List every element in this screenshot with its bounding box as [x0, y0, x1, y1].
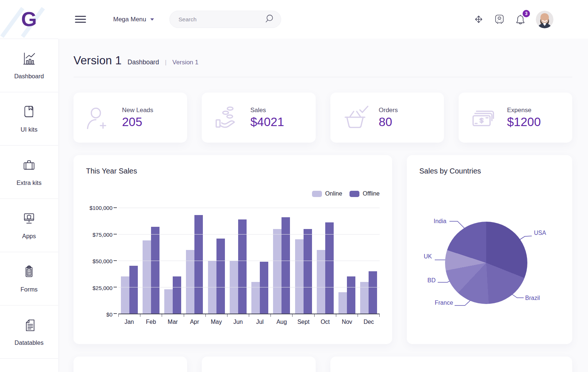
online-bar	[143, 240, 151, 314]
x-axis-tick	[293, 314, 314, 317]
x-axis-tick	[271, 314, 293, 317]
stat-label: Expense	[507, 107, 541, 114]
clipboard-icon	[21, 264, 37, 281]
bar-chart-plot: $0$25,000$50,000$75,000$100,000	[86, 208, 380, 314]
stat-text: Orders80	[379, 107, 398, 129]
stat-card-expense: Expense$1200	[459, 93, 572, 143]
basket-check-icon	[338, 105, 372, 130]
bottom-card-2	[202, 357, 315, 372]
bottom-cards-row	[74, 357, 572, 372]
sidebar-item-label: Datatables	[15, 339, 44, 346]
stat-value: 205	[122, 115, 153, 129]
x-axis-label: Dec	[358, 319, 380, 325]
gridline	[118, 261, 380, 261]
legend-offline[interactable]: Offline	[349, 190, 380, 197]
offline-bar	[216, 239, 225, 314]
x-axis-label: Mar	[162, 319, 184, 325]
pie-label-france: France	[435, 300, 453, 306]
x-axis-tick	[336, 314, 358, 317]
sidebar-item-ui-kits[interactable]: UI kits	[0, 92, 58, 146]
user-avatar[interactable]	[536, 11, 553, 28]
offline-bar	[282, 217, 290, 314]
x-axis-tick	[315, 314, 336, 317]
monitor-shield-icon	[21, 211, 37, 228]
x-axis-tick	[206, 314, 227, 317]
search-input[interactable]	[178, 16, 265, 23]
gridline	[118, 208, 380, 208]
legend-label: Offline	[363, 190, 380, 197]
sidebar-item-apps[interactable]: Apps	[0, 199, 58, 252]
book-icon	[21, 104, 37, 121]
fullscreen-arrows-icon[interactable]	[473, 14, 484, 25]
online-bar	[295, 239, 304, 314]
sidebar-item-label: Apps	[22, 233, 36, 240]
bell-icon[interactable]: 3	[515, 14, 526, 25]
stat-text: Expense$1200	[507, 107, 541, 129]
hand-coins-icon	[210, 105, 244, 130]
stat-text: Sales$4021	[250, 107, 284, 129]
stat-text: New Leads205	[122, 107, 153, 129]
x-axis-tick	[227, 314, 249, 317]
offline-bar	[238, 219, 247, 314]
stat-card-new-leads: New Leads205	[74, 93, 187, 143]
legend-swatch	[349, 191, 359, 197]
pie-label-bd: BD	[427, 277, 435, 284]
pie-label-usa: USA	[534, 230, 546, 236]
legend-online[interactable]: Online	[312, 190, 342, 197]
stat-label: New Leads	[122, 107, 153, 114]
offline-bar	[129, 266, 138, 314]
x-axis-label: May	[205, 319, 227, 325]
offline-bar	[260, 262, 268, 314]
stat-label: Sales	[250, 107, 284, 114]
offline-bar	[151, 227, 159, 314]
offline-bar	[347, 276, 355, 314]
sidebar-item-dashboard[interactable]: Dashboard	[0, 39, 58, 92]
stats-row: New Leads205Sales$4021Orders80Expense$12…	[74, 93, 572, 143]
sidebar-item-datatables[interactable]: Datatables	[0, 305, 58, 359]
offline-bar	[325, 222, 334, 314]
x-axis-label: Oct	[314, 319, 336, 325]
sidebar-item-label: Forms	[21, 286, 38, 293]
mega-menu-dropdown[interactable]: Mega Menu	[113, 16, 154, 23]
apps-box-icon[interactable]	[494, 14, 505, 25]
y-axis-label: $25,000	[93, 285, 112, 291]
pie-chart-area: USABrazilFranceBDUKIndia	[419, 177, 560, 328]
pie-label-india: India	[434, 218, 447, 225]
page-title: Version 1	[74, 54, 122, 67]
stat-value: 80	[379, 115, 398, 129]
sidebar-item-extra-kits[interactable]: Extra kits	[0, 146, 58, 199]
x-axis-label: Sept	[293, 319, 314, 325]
sidebar: DashboardUI kitsExtra kitsAppsFormsDatat…	[0, 39, 58, 372]
offline-bar	[304, 229, 312, 314]
pie-chart	[445, 222, 527, 304]
legend-swatch	[312, 191, 322, 197]
this-year-sales-card: This Year Sales OnlineOffline $0$25,000$…	[74, 155, 392, 344]
chevron-down-icon	[150, 18, 154, 21]
y-axis-label: $50,000	[93, 258, 112, 264]
y-axis-label: $0	[106, 311, 112, 318]
pie-connector-1	[511, 294, 524, 298]
hamburger-icon[interactable]	[75, 14, 86, 25]
header-divider	[74, 77, 572, 77]
breadcrumb-section[interactable]: Dashboard	[128, 58, 159, 66]
y-axis-tick	[114, 234, 117, 235]
logo[interactable]: G	[0, 9, 58, 29]
stat-label: Orders	[379, 107, 398, 114]
x-axis-labels: JanFebMarAprMayJunJulAugSeptOctNovDec	[118, 319, 380, 325]
y-axis: $0$25,000$50,000$75,000$100,000	[86, 208, 118, 314]
y-axis-label: $100,000	[89, 205, 112, 211]
charts-row: This Year Sales OnlineOffline $0$25,000$…	[74, 155, 572, 344]
online-bar	[317, 250, 325, 314]
x-axis-ticks	[118, 314, 380, 317]
offline-bar	[194, 215, 203, 314]
notification-badge: 3	[523, 10, 530, 17]
x-axis-label: Jul	[249, 319, 271, 325]
pie-chart-title: Sales by Countries	[419, 167, 560, 175]
online-bar	[338, 292, 347, 314]
bottom-card-3	[330, 357, 573, 372]
x-axis-tick	[358, 314, 380, 317]
stat-value: $1200	[507, 115, 541, 129]
sidebar-item-forms[interactable]: Forms	[0, 252, 58, 305]
online-bar	[164, 289, 173, 314]
search-icon[interactable]	[265, 14, 275, 25]
